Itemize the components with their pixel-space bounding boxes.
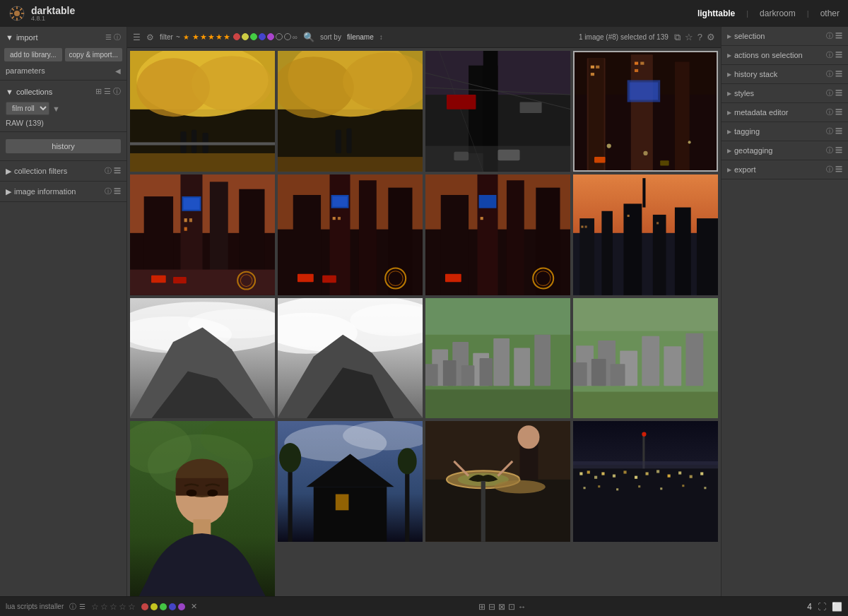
color-dot-blue[interactable] — [169, 603, 176, 610]
filter-circle-yellow[interactable] — [242, 33, 249, 40]
star-1[interactable]: ☆ — [91, 602, 99, 612]
photo-cell[interactable] — [573, 421, 718, 542]
svg-rect-58 — [660, 160, 669, 165]
color-dot-purple[interactable] — [178, 603, 185, 610]
import-header[interactable]: ▼ import ☰ ⓘ — [0, 30, 126, 45]
svg-point-204 — [642, 432, 646, 437]
compare-icon[interactable]: ⊠ — [498, 602, 505, 612]
photo-cell[interactable] — [278, 298, 423, 419]
grid-view-icon[interactable]: ⊞ — [478, 602, 485, 612]
svg-rect-99 — [445, 274, 461, 282]
actions-on-selection-section[interactable]: ▶ actions on selection ⓘ ☰ — [722, 46, 848, 65]
photo-cell[interactable] — [573, 51, 718, 172]
svg-rect-133 — [425, 364, 438, 386]
copy-icon[interactable]: ⧉ — [674, 32, 681, 43]
svg-rect-26 — [346, 129, 351, 153]
tagging-section[interactable]: ▶ tagging ⓘ ☰ — [722, 122, 848, 141]
sort-direction-button[interactable]: ↕ — [379, 33, 383, 41]
fullscreen-icon[interactable]: ⛶ — [818, 602, 826, 612]
copy-import-button[interactable]: copy & import... — [65, 48, 123, 61]
photo-cell[interactable] — [130, 174, 275, 295]
star-icon[interactable]: ☆ — [685, 32, 693, 43]
film-roll-select[interactable]: film roll — [6, 102, 49, 115]
page-number: 4 — [807, 602, 812, 612]
raw-count: RAW (139) — [0, 117, 126, 129]
photo-cell[interactable] — [278, 51, 423, 172]
styles-icons: ⓘ ☰ — [826, 88, 842, 98]
photo-grid — [127, 48, 721, 596]
filter-circle-empty2[interactable] — [284, 33, 291, 40]
filter-circle-blue[interactable] — [259, 33, 266, 40]
app-version: 4.8.1 — [31, 16, 75, 22]
search-button[interactable]: 🔍 — [303, 32, 314, 42]
lua-menu-icon[interactable]: ☰ — [79, 603, 86, 610]
metadata-editor-section[interactable]: ▶ metadata editor ⓘ ☰ — [722, 103, 848, 122]
photo-cell[interactable] — [573, 298, 718, 419]
toolbar-gear-icon[interactable]: ⚙ — [707, 32, 715, 43]
styles-section[interactable]: ▶ styles ⓘ ☰ — [722, 84, 848, 103]
status-center: ⊞ ⊟ ⊠ ⊡ ↔ — [478, 602, 526, 612]
star-2[interactable]: ☆ — [100, 602, 108, 612]
color-dot-red[interactable] — [141, 603, 148, 610]
nav-divider-2: | — [807, 9, 809, 18]
history-button[interactable]: history — [6, 139, 121, 153]
image-information-item[interactable]: ▶ image information ⓘ ☰ — [0, 184, 126, 199]
filter-circle-green[interactable] — [250, 33, 257, 40]
export-section[interactable]: ▶ export ⓘ ☰ — [722, 160, 848, 179]
photo-cell[interactable] — [130, 51, 275, 172]
photo-cell[interactable] — [278, 174, 423, 295]
filter-label: filter — [160, 33, 173, 41]
photo-cell[interactable] — [573, 174, 718, 295]
sort-by-value[interactable]: filename — [347, 33, 374, 41]
filter-tilde: ~ — [176, 33, 180, 41]
toolbar-filter-icon[interactable]: ☰ — [133, 32, 141, 42]
svg-rect-87 — [298, 274, 314, 282]
star-4[interactable]: ☆ — [119, 602, 126, 612]
history-section: history — [0, 132, 126, 161]
zoom-icon[interactable]: ↔ — [518, 602, 526, 612]
filter-circle-purple[interactable] — [267, 33, 274, 40]
filter-circle-red[interactable] — [233, 33, 240, 40]
monitor-icon[interactable]: ⬜ — [832, 602, 842, 612]
photo-cell[interactable] — [130, 298, 275, 419]
photo-cell[interactable] — [425, 51, 570, 172]
filter-star3: ★ — [200, 32, 207, 42]
lua-info-icon[interactable]: ⓘ — [69, 602, 76, 612]
filmstrip-icon[interactable]: ⊟ — [488, 602, 495, 612]
color-dot-green[interactable] — [160, 603, 167, 610]
toolbar-settings-icon[interactable]: ⚙ — [146, 32, 154, 42]
selection-section[interactable]: ▶ selection ⓘ ☰ — [722, 27, 848, 46]
svg-rect-147 — [591, 359, 606, 386]
lua-scripts-label[interactable]: lua scripts installer — [6, 603, 64, 610]
add-to-library-button[interactable]: add to library... — [4, 48, 62, 61]
help-icon[interactable]: ? — [697, 32, 702, 43]
reject-button[interactable]: ✕ — [191, 602, 197, 611]
svg-rect-15 — [180, 131, 186, 153]
photo-cell[interactable] — [425, 298, 570, 419]
photo-cell[interactable] — [278, 421, 423, 542]
center-content: ☰ ⚙ filter ~ ★ ★ ★ ★ ★ ★ — [127, 27, 721, 596]
nav-lighttable[interactable]: lighttable — [697, 8, 735, 18]
star-3[interactable]: ☆ — [110, 602, 117, 612]
survey-icon[interactable]: ⊡ — [508, 602, 515, 612]
sort-by-label: sort by — [320, 33, 341, 41]
history-stack-section[interactable]: ▶ history stack ⓘ ☰ — [722, 65, 848, 84]
svg-point-1 — [14, 11, 20, 16]
collections-header[interactable]: ▼ collections ⊞ ☰ ⓘ — [0, 83, 126, 100]
photo-cell[interactable] — [425, 174, 570, 295]
collection-filters-item[interactable]: ▶ collection filters ⓘ ☰ — [0, 164, 126, 178]
svg-point-159 — [207, 490, 218, 497]
photo-cell[interactable] — [130, 421, 275, 596]
nav-darkroom[interactable]: darkroom — [760, 8, 796, 18]
star-5[interactable]: ☆ — [128, 602, 136, 612]
photo-cell[interactable] — [425, 421, 570, 542]
filter-star2: ★ — [192, 32, 199, 42]
nav-other[interactable]: other — [820, 8, 840, 18]
filter-star4: ★ — [208, 32, 215, 42]
app-branding: darktable 4.8.1 — [8, 5, 75, 22]
collection-filters-triangle: ▶ — [6, 167, 11, 176]
filter-circle-empty1[interactable] — [276, 33, 283, 40]
geotagging-section[interactable]: ▶ geotagging ⓘ ☰ — [722, 141, 848, 160]
dropdown-arrow: ▼ — [52, 105, 60, 113]
color-dot-yellow[interactable] — [151, 603, 158, 610]
